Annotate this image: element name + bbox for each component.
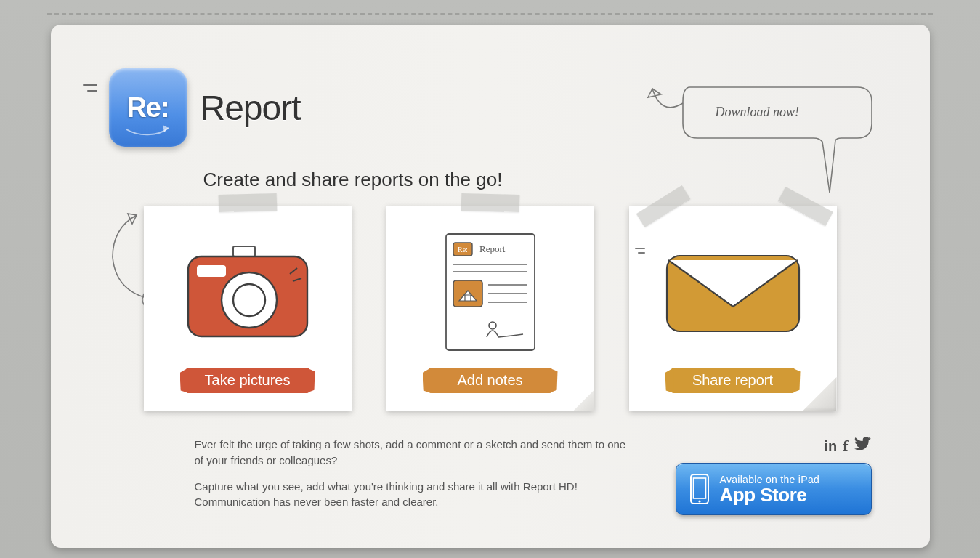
feature-card-add-notes: Re: Report Add notes: [386, 206, 594, 411]
feature-cards-row: Take pictures Re: Report: [109, 206, 872, 411]
tape-icon: [461, 193, 519, 212]
feature-card-take-pictures: Take pictures: [144, 206, 352, 411]
feature-label: Take pictures: [186, 368, 309, 393]
social-links: in f: [824, 437, 871, 456]
header: Re: Report Download now!: [109, 68, 872, 147]
appstore-line2: App Store: [720, 485, 820, 504]
camera-icon: [144, 219, 352, 368]
tape-icon: [218, 193, 277, 212]
svg-text:Re:: Re:: [458, 246, 468, 254]
feature-label: Share report: [671, 368, 795, 393]
bottom-section: Ever felt the urge of taking a few shots…: [109, 437, 872, 520]
linkedin-icon[interactable]: in: [824, 438, 837, 455]
app-store-button[interactable]: Available on the iPad App Store: [676, 463, 872, 515]
download-callout-text: Download now!: [716, 105, 846, 120]
envelope-icon: [629, 219, 837, 368]
svg-rect-4: [233, 246, 255, 256]
description-text: Ever felt the urge of taking a few shots…: [195, 437, 632, 520]
svg-point-8: [233, 284, 265, 316]
feature-card-share-report: Share report: [629, 206, 837, 411]
svg-point-25: [698, 500, 700, 502]
feature-label: Add notes: [429, 368, 552, 393]
svg-rect-24: [693, 478, 705, 498]
description-paragraph: Capture what you see, add what you're th…: [195, 479, 632, 511]
document-icon: Re: Report: [386, 219, 594, 368]
content-page: Re: Report Download now! Create and shar…: [51, 25, 930, 548]
motion-lines-icon: [83, 84, 97, 96]
twitter-icon[interactable]: [854, 437, 872, 456]
svg-text:Report: Report: [479, 243, 506, 254]
page-top-divider: [47, 13, 933, 15]
brand-title: Report: [201, 88, 301, 128]
facebook-icon[interactable]: f: [843, 437, 848, 456]
app-icon: Re:: [109, 68, 187, 147]
description-paragraph: Ever felt the urge of taking a few shots…: [195, 437, 632, 469]
ipad-icon: [689, 473, 710, 505]
svg-rect-6: [197, 265, 226, 277]
refresh-loop-icon: [123, 118, 173, 137]
